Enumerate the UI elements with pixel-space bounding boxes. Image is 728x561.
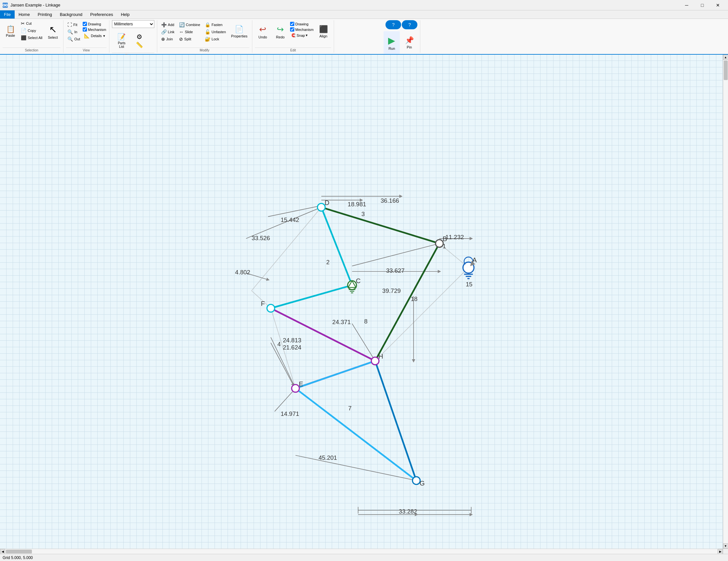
scroll-h-thumb[interactable]: [6, 550, 32, 554]
svg-line-31: [271, 285, 352, 308]
svg-line-30: [321, 207, 352, 285]
svg-line-25: [275, 388, 296, 411]
join-button[interactable]: ⊕ Join: [160, 36, 176, 42]
fit-button[interactable]: ⛶ Fit: [66, 21, 81, 28]
minimize-button[interactable]: ─: [679, 0, 694, 10]
lock-button[interactable]: 🔐 Lock: [203, 36, 227, 42]
svg-point-46: [348, 281, 357, 289]
horizontal-scrollbar-area: ◀ ▶: [0, 549, 728, 554]
svg-text:7: 7: [348, 405, 352, 412]
menu-help[interactable]: Help: [117, 10, 133, 19]
title-bar: Jansen Example - Linkage ─ □ ✕: [0, 0, 728, 10]
scroll-down-button[interactable]: ▼: [723, 543, 728, 549]
svg-text:33.627: 33.627: [386, 267, 405, 274]
align-button[interactable]: ⬛ Align: [315, 20, 331, 43]
dimension-icon-button[interactable]: ⚙ 📏: [133, 29, 146, 52]
split-button[interactable]: ⊘ Split: [178, 36, 202, 42]
scroll-right-button[interactable]: ▶: [718, 549, 723, 554]
vertical-scrollbar[interactable]: ▲ ▼: [723, 55, 728, 549]
redo-button[interactable]: ↪ Redo: [273, 20, 288, 43]
edit-drawing-check[interactable]: Drawing: [290, 21, 314, 26]
fit-icon: ⛶: [67, 22, 72, 27]
parts-list-button[interactable]: 📝 Parts List: [112, 29, 132, 52]
menu-home[interactable]: Home: [15, 10, 34, 19]
paste-button[interactable]: 📋 Paste: [3, 20, 18, 43]
unfasten-button[interactable]: 🔓 Unfasten: [203, 29, 227, 35]
drawing-check-label[interactable]: Drawing: [83, 21, 106, 26]
snap-button[interactable]: 🧲 Snap ▾: [290, 33, 314, 38]
canvas-area[interactable]: A B C: [0, 55, 723, 549]
scroll-v-track[interactable]: [724, 60, 728, 543]
combine-button[interactable]: 🔄 Combine: [178, 21, 202, 28]
unit-select[interactable]: Millimeters Inches Centimeters: [112, 20, 154, 28]
fasten-button[interactable]: 🔒 Fasten: [203, 21, 227, 28]
scroll-h-track[interactable]: [5, 549, 718, 554]
svg-text:24.813: 24.813: [283, 337, 301, 343]
svg-text:G: G: [420, 480, 425, 487]
run-button[interactable]: ▶ Run: [384, 31, 400, 54]
mechanism-checkbox[interactable]: [83, 27, 87, 32]
svg-text:15.442: 15.442: [281, 217, 299, 223]
link-button[interactable]: 🔗 Link: [160, 29, 176, 35]
help1-button[interactable]: ?: [385, 20, 401, 29]
slide-icon: ↔: [179, 29, 184, 35]
close-button[interactable]: ✕: [710, 0, 725, 10]
snap-icon: 🧲: [291, 33, 296, 37]
properties-button[interactable]: 📄 Properties: [229, 20, 249, 43]
run-icon: ▶: [388, 35, 395, 46]
modify-left-col: ➕ Add 🔗 Link ⊕ Join: [160, 20, 176, 42]
svg-text:18.981: 18.981: [348, 201, 366, 208]
add-button[interactable]: ➕ Add: [160, 21, 176, 28]
svg-text:39.729: 39.729: [382, 287, 401, 294]
edit-drawing-checkbox[interactable]: [290, 22, 294, 26]
svg-text:18: 18: [411, 295, 418, 302]
copy-button[interactable]: 📄 Copy: [20, 27, 44, 34]
join-icon: ⊕: [161, 36, 165, 42]
edit-mechanism-check[interactable]: Mechanism: [290, 27, 314, 32]
svg-point-44: [436, 240, 443, 247]
select-all-button[interactable]: ⬛ Select All: [20, 35, 44, 41]
edit-content: ↩ Undo ↪ Redo Drawing Mechanism 🧲: [255, 20, 331, 47]
select-button[interactable]: ↖ Select: [45, 20, 61, 43]
svg-text:8: 8: [364, 318, 367, 325]
mechanism-check-label[interactable]: Mechanism: [83, 27, 106, 32]
svg-text:4: 4: [277, 341, 281, 347]
zoom-out-button[interactable]: 🔍 Out: [66, 36, 81, 42]
cut-button[interactable]: ✂ Cut: [20, 20, 44, 27]
svg-text:36.166: 36.166: [381, 197, 399, 204]
scroll-left-button[interactable]: ◀: [0, 549, 5, 554]
title-bar-left: Jansen Example - Linkage: [3, 3, 60, 8]
pin-button[interactable]: 📌 Pin: [401, 31, 417, 54]
combine-icon: 🔄: [179, 22, 185, 27]
scroll-up-button[interactable]: ▲: [723, 55, 728, 60]
edit-mechanism-checkbox[interactable]: [290, 27, 294, 32]
zoom-out-icon: 🔍: [67, 36, 73, 42]
svg-line-26: [296, 455, 416, 481]
svg-text:24.371: 24.371: [332, 318, 351, 325]
maximize-button[interactable]: □: [695, 0, 710, 10]
menu-preferences[interactable]: Preferences: [86, 10, 117, 19]
details-dropdown-icon: ▾: [103, 34, 105, 38]
zoom-in-button[interactable]: 🔍 In: [66, 29, 81, 35]
undo-button[interactable]: ↩ Undo: [255, 20, 271, 43]
menu-file[interactable]: File: [0, 10, 15, 19]
horizontal-scrollbar[interactable]: ◀ ▶: [0, 549, 723, 554]
menu-background[interactable]: Background: [56, 10, 86, 19]
svg-point-54: [292, 385, 300, 392]
selection-content: 📋 Paste ✂ Cut 📄 Copy ⬛ Select All: [3, 20, 61, 47]
gear-icon: ⚙: [136, 33, 142, 41]
ruler-icon: 📏: [136, 41, 143, 49]
slide-button[interactable]: ↔ Slide: [178, 29, 202, 35]
menu-printing[interactable]: Printing: [34, 10, 56, 19]
add-icon: ➕: [161, 22, 167, 27]
svg-line-36: [375, 361, 416, 481]
link-icon: 🔗: [161, 29, 167, 35]
scroll-v-thumb[interactable]: [724, 61, 728, 80]
modify-right-col: 🔒 Fasten 🔓 Unfasten 🔐 Lock: [203, 20, 227, 42]
help2-button[interactable]: ?: [402, 20, 417, 29]
drawing-checkbox[interactable]: [83, 22, 87, 26]
details-button[interactable]: 📐 Details ▾: [83, 33, 106, 39]
modify-label: Modify: [160, 48, 249, 53]
svg-line-38: [296, 361, 375, 388]
svg-text:33.526: 33.526: [252, 235, 270, 242]
